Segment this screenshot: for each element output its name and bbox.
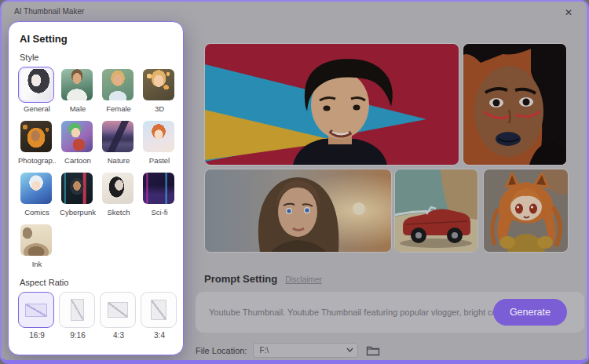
close-icon[interactable]: ✕	[562, 5, 576, 20]
style-option-nature[interactable]: Nature	[100, 118, 137, 165]
aspect-16-9-icon	[25, 304, 47, 317]
style-option-3d[interactable]: 3D	[141, 67, 178, 113]
style-option-pastel[interactable]: Pastel	[141, 118, 178, 165]
file-location-label: File Location:	[196, 346, 247, 355]
style-option-general[interactable]: General	[18, 67, 56, 113]
generate-button[interactable]: Generate	[493, 299, 567, 326]
sample-image-makeup-portrait	[463, 43, 567, 166]
style-thumb-cyberpunk	[59, 170, 95, 206]
window-title: AI Thumbnail Maker	[14, 7, 84, 16]
style-thumb-general	[18, 67, 54, 103]
disclaimer-link[interactable]: Disclaimer	[285, 275, 322, 284]
aspect-option-4-3[interactable]: 4:3	[100, 292, 137, 340]
style-grid: General Male Female 3D Photograp...	[18, 67, 175, 268]
style-thumb-3d	[141, 67, 177, 103]
prompt-input[interactable]: Youtube Thumbnail. Youtube Thumbnail fea…	[196, 292, 584, 333]
style-option-cartoon[interactable]: Cartoon	[59, 118, 97, 165]
style-option-male[interactable]: Male	[59, 67, 97, 113]
aspect-3-4-icon	[151, 300, 166, 320]
style-thumb-photographic	[18, 118, 54, 155]
style-thumb-sketch	[100, 170, 136, 206]
aspect-section-label: Aspect Ratio	[20, 278, 175, 287]
sample-image-vlogger	[204, 43, 459, 166]
panel-title: AI Setting	[20, 33, 175, 45]
style-thumb-pastel	[141, 118, 177, 155]
titlebar: AI Thumbnail Maker ✕	[2, 2, 587, 22]
file-location-dropdown[interactable]: F:\	[253, 343, 358, 358]
aspect-9-16-icon	[71, 299, 84, 321]
style-thumb-scifi	[141, 170, 177, 206]
aspect-ratio-grid: 16:9 9:16 4:3 3:4	[18, 292, 175, 340]
browse-folder-button[interactable]	[364, 343, 382, 358]
style-thumb-cartoon	[59, 118, 95, 155]
style-option-scifi[interactable]: Sci-fi	[141, 170, 178, 217]
aspect-option-9-16[interactable]: 9:16	[59, 292, 97, 340]
sample-image-sunset-portrait	[204, 169, 392, 253]
style-thumb-nature	[100, 118, 136, 155]
aspect-4-3-icon	[108, 302, 128, 318]
style-option-comics[interactable]: Comics	[18, 170, 56, 217]
aspect-option-16-9[interactable]: 16:9	[18, 292, 56, 340]
ai-thumbnail-maker-window: AI Thumbnail Maker ✕ AI Setting Style Ge…	[0, 0, 589, 364]
aspect-box-16-9	[18, 292, 54, 328]
chevron-down-icon	[346, 348, 353, 352]
file-location-row: File Location: F:\	[196, 343, 382, 358]
aspect-option-3-4[interactable]: 3:4	[141, 292, 178, 340]
style-thumb-female	[100, 67, 136, 103]
prompt-setting-title: Prompt Setting	[204, 273, 277, 285]
style-thumb-ink	[18, 222, 54, 258]
style-section-label: Style	[20, 53, 175, 62]
style-option-cyberpunk[interactable]: Cyberpunk	[59, 170, 97, 217]
folder-icon	[366, 345, 380, 356]
sample-image-catgirl	[483, 169, 569, 253]
style-option-ink[interactable]: Ink	[18, 222, 56, 268]
style-thumb-comics	[18, 170, 54, 206]
aspect-box-3-4	[141, 292, 177, 328]
prompt-text: Youtube Thumbnail. Youtube Thumbnail fea…	[209, 308, 538, 317]
style-option-photographic[interactable]: Photograp...	[18, 118, 56, 165]
aspect-box-9-16	[59, 292, 95, 328]
sample-image-red-car	[394, 169, 478, 253]
aspect-box-4-3	[100, 292, 136, 328]
file-location-value: F:\	[259, 346, 269, 355]
style-thumb-male	[59, 67, 95, 103]
window-frame: AI Thumbnail Maker ✕ AI Setting Style Ge…	[0, 0, 589, 364]
ai-setting-panel: AI Setting Style General Male Female 3D	[8, 21, 184, 355]
style-option-sketch[interactable]: Sketch	[100, 170, 137, 217]
prompt-setting-header: Prompt Setting Disclaimer	[204, 273, 322, 285]
style-option-female[interactable]: Female	[100, 67, 137, 113]
